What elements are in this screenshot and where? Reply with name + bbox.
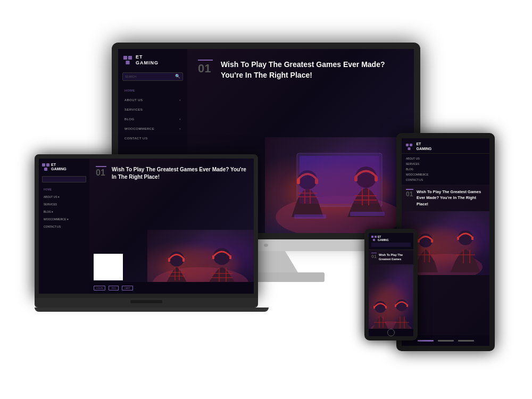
phone-header: ET GAMING bbox=[369, 233, 413, 250]
footer-pro-btn[interactable]: PRO bbox=[109, 286, 119, 290]
tablet-footer-line-1 bbox=[418, 340, 434, 342]
svg-rect-0 bbox=[123, 56, 127, 60]
laptop-body bbox=[35, 298, 258, 307]
laptop-main: 01 Wish To Play The Greatest Games Ever … bbox=[89, 159, 254, 294]
phone-logo-area: ET GAMING bbox=[371, 235, 411, 242]
laptop-nav-woocommerce[interactable]: WOOCOMMERCE ▾ bbox=[42, 217, 86, 222]
tablet-nav-contact[interactable]: CONTACT US bbox=[406, 177, 485, 182]
svg-rect-14 bbox=[300, 156, 379, 204]
svg-point-22 bbox=[213, 248, 230, 265]
svg-rect-26 bbox=[410, 144, 412, 146]
svg-rect-41 bbox=[385, 306, 387, 309]
phone-content: ET GAMING 01 Wish To Play The Greatest G… bbox=[369, 233, 413, 336]
laptop-logo-text: ET GAMING bbox=[51, 163, 66, 172]
tablet-hero: 01 Wish To Play The Greatest Games Ever … bbox=[402, 185, 489, 211]
svg-point-29 bbox=[419, 234, 433, 247]
svg-rect-37 bbox=[373, 239, 375, 241]
laptop-hero-title: Wish To Play The Greatest Games Ever Mad… bbox=[112, 166, 247, 181]
tablet-nav-services[interactable]: SERVICES bbox=[406, 161, 485, 167]
laptop-content: ET GAMING HOME ABOUT US ▾ SERVICES BLOG … bbox=[39, 159, 254, 294]
svg-rect-25 bbox=[406, 144, 409, 146]
tablet-num-line bbox=[406, 189, 413, 190]
nav-about[interactable]: ABOUT US ▾ bbox=[122, 97, 183, 103]
svg-rect-40 bbox=[373, 306, 375, 309]
svg-rect-16 bbox=[46, 163, 49, 167]
phone-hero-image bbox=[369, 264, 413, 337]
logo-text: ET GAMING bbox=[136, 54, 159, 66]
svg-rect-43 bbox=[395, 304, 396, 307]
laptop-device: ET GAMING HOME ABOUT US ▾ SERVICES BLOG … bbox=[35, 154, 258, 312]
scene: ET GAMING SEARCH 🔍 HOME ABOUT US ▾ SERVI… bbox=[0, 0, 532, 399]
tablet-hero-title: Wish To Play The Greatest Games Ever Mad… bbox=[417, 189, 485, 207]
phone-device: ET GAMING 01 Wish To Play The Greatest G… bbox=[364, 229, 418, 340]
svg-rect-31 bbox=[431, 239, 433, 243]
svg-rect-36 bbox=[375, 236, 377, 238]
phone-hero-number: 01 bbox=[371, 253, 377, 262]
nav-woocommerce[interactable]: WOOCOMMERCE ▾ bbox=[122, 126, 183, 132]
logo-icon bbox=[122, 55, 133, 65]
phone-home-button[interactable] bbox=[387, 329, 395, 336]
laptop-nav-about[interactable]: ABOUT US ▾ bbox=[42, 194, 86, 200]
tablet-footer-line-2 bbox=[438, 340, 454, 342]
nav-services[interactable]: SERVICES bbox=[122, 106, 183, 113]
svg-rect-20 bbox=[168, 258, 170, 262]
tablet-logo-text: ET GAMING bbox=[416, 142, 431, 151]
phone-num-line bbox=[371, 253, 377, 253]
laptop-nav-contact[interactable]: CONTACT US bbox=[42, 224, 86, 229]
tablet-nav: ABOUT US SERVICES BLOG WOOCOMMERCE CONTA… bbox=[402, 154, 489, 185]
laptop-logo: ET GAMING bbox=[42, 163, 86, 172]
phone-gaming-bg bbox=[369, 264, 413, 337]
svg-rect-2 bbox=[126, 61, 129, 64]
laptop-nav-home[interactable]: HOME bbox=[42, 187, 86, 192]
laptop-search[interactable] bbox=[42, 176, 86, 182]
laptop-screen: ET GAMING HOME ABOUT US ▾ SERVICES BLOG … bbox=[35, 154, 258, 298]
svg-rect-21 bbox=[182, 258, 185, 262]
footer-login-btn[interactable]: LOGIN bbox=[94, 286, 105, 290]
footer-cart-btn[interactable]: CART bbox=[122, 286, 133, 290]
phone-search[interactable] bbox=[371, 243, 411, 247]
monitor-logo: ET GAMING bbox=[122, 54, 183, 66]
svg-rect-1 bbox=[128, 56, 132, 60]
svg-rect-24 bbox=[229, 255, 231, 259]
svg-rect-33 bbox=[457, 237, 459, 240]
monitor-hero-top: 01 Wish To Play The Greatest Games Ever … bbox=[187, 49, 414, 86]
search-icon[interactable]: 🔍 bbox=[175, 74, 180, 79]
number-line bbox=[198, 60, 213, 61]
laptop-num-line bbox=[96, 166, 106, 167]
laptop-nav-services[interactable]: SERVICES bbox=[42, 202, 86, 207]
tablet-logo: ET GAMING bbox=[406, 142, 431, 151]
phone-hero-title: Wish To Play The Greatest Games bbox=[379, 253, 411, 262]
laptop-nav-blog[interactable]: BLOG ▾ bbox=[42, 209, 86, 214]
svg-rect-27 bbox=[408, 147, 411, 150]
nav-contact[interactable]: CONTACT US bbox=[122, 135, 183, 142]
nav-home[interactable]: HOME bbox=[122, 87, 183, 94]
tablet-nav-about[interactable]: ABOUT US bbox=[406, 156, 485, 161]
svg-rect-23 bbox=[212, 255, 214, 259]
laptop-sidebar: ET GAMING HOME ABOUT US ▾ SERVICES BLOG … bbox=[39, 159, 89, 294]
svg-rect-34 bbox=[471, 237, 473, 240]
laptop-base bbox=[35, 307, 269, 312]
phone-screen: ET GAMING 01 Wish To Play The Greatest G… bbox=[364, 229, 418, 340]
tablet-hero-number: 01 bbox=[406, 189, 413, 207]
svg-rect-17 bbox=[44, 168, 47, 171]
phone-num-text: 01 bbox=[371, 254, 377, 259]
tablet-nav-woocommerce[interactable]: WOOCOMMERCE bbox=[406, 172, 485, 177]
tablet-footer-line-3 bbox=[458, 340, 474, 342]
phone-hero: 01 Wish To Play The Greatest Games bbox=[369, 250, 413, 264]
svg-point-32 bbox=[458, 230, 473, 245]
nav-blog[interactable]: BLOG ▾ bbox=[122, 116, 183, 122]
laptop-footer-bar: LOGIN PRO CART bbox=[89, 282, 254, 294]
laptop-white-box bbox=[94, 254, 123, 280]
number-text: 01 bbox=[198, 62, 211, 76]
monitor-hero-title: Wish To Play The Greatest Games Ever Mad… bbox=[221, 60, 403, 80]
search-label: SEARCH bbox=[125, 75, 175, 78]
phone-footer bbox=[369, 329, 413, 336]
tablet-nav-blog[interactable]: BLOG bbox=[406, 167, 485, 172]
laptop-logo-icon bbox=[42, 163, 49, 171]
svg-rect-30 bbox=[418, 239, 420, 243]
laptop-hero-top: 01 Wish To Play The Greatest Games Ever … bbox=[89, 159, 254, 185]
monitor-search[interactable]: SEARCH 🔍 bbox=[122, 72, 183, 81]
svg-rect-15 bbox=[42, 163, 45, 167]
laptop-num-text: 01 bbox=[96, 168, 106, 178]
tablet-header: ET GAMING bbox=[402, 138, 489, 154]
